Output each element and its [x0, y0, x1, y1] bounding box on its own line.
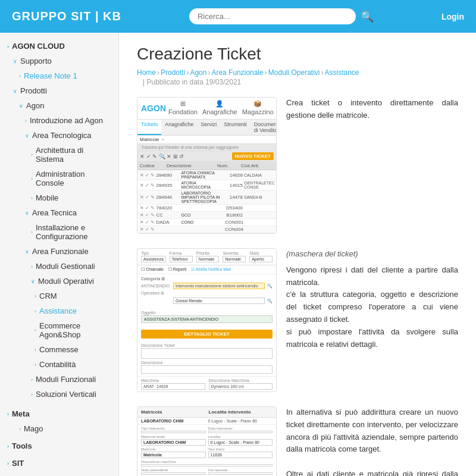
sidebar-item-crm[interactable]: › CRM	[0, 289, 118, 303]
mock-toolbar: ✕ ✓ ✎ 🔍 ✕ ⊞ ↺ NUOVO TICKET	[137, 151, 276, 162]
mock-mat-header: Matricola Localita intervento	[137, 407, 276, 418]
chevron-right-icon: ›	[35, 362, 36, 368]
mock-nav-servizi: Servizi	[197, 120, 220, 135]
table-row: ✕ ✓ ✎ DADA CONO CON001	[137, 219, 276, 226]
chevron-down-icon: ∨	[25, 249, 29, 255]
table-row: ✕ ✓ ✎ 284946 LABORATORIO IMPIANTI PILOTA…	[137, 190, 276, 205]
new-ticket-button[interactable]: NUOVO TICKET	[232, 152, 274, 160]
mock-operatore-row: Operatore ⊞	[141, 291, 273, 296]
sidebar-item-prodotti[interactable]: ∨ Prodotti	[0, 83, 118, 98]
chevron-right-icon: ›	[31, 152, 33, 158]
table-row: ✕ ✓ ✎ 284690 ATORIA CHIMICA PREPARATII 1…	[137, 170, 276, 180]
mock-form-header: Tipo Assistenza Forma Telefono Priorita …	[137, 249, 276, 265]
content-block-3: Matricola Localita intervento LABORATORI…	[137, 406, 458, 476]
sidebar-item-mago[interactable]: › Mago	[0, 421, 118, 436]
sidebar-item-intro-agon[interactable]: › Introduzione ad Agon	[0, 113, 118, 128]
mock-tab-matricole: Matricole ×	[137, 136, 276, 144]
sidebar-item-architettura[interactable]: › Architettura di Sistema	[0, 143, 118, 167]
mock-category-section: Categoria ⊞ ANTINCENDIO Intervento manut…	[137, 274, 276, 308]
sidebar-item-area-tecnica[interactable]: ∨ Area Tecnica	[0, 205, 118, 220]
mock-icons: ⊞Fondation 👤Anagrafiche 📦Magazzino 📋Vend…	[168, 100, 277, 117]
screenshot-1: AGON ⊞Fondation 👤Anagrafiche 📦Magazzino	[137, 97, 277, 234]
sidebar-item-commesse[interactable]: › Commesse	[0, 342, 118, 357]
sidebar-item-assistance[interactable]: › Assistance	[0, 303, 118, 318]
sidebar-item-soluzioni-verticali[interactable]: › Soluzioni Verticali	[0, 387, 118, 402]
table-row: ✕ ✓ ✎ 784020 D53400	[137, 205, 276, 212]
sidebar-item-moduli-funzionali[interactable]: › Moduli Funzionali	[0, 372, 118, 387]
sidebar-item-mobile[interactable]: › Mobile	[0, 190, 118, 205]
mock-icon-anagrafiche: 👤Anagrafiche	[202, 100, 237, 117]
sidebar-item-area-tecnologica[interactable]: ∨ Area Tecnologica	[0, 128, 118, 143]
sidebar-item-area-funzionale[interactable]: ∨ Area Funzionale	[0, 244, 118, 259]
sidebar-item-sit[interactable]: › SIT	[0, 456, 118, 471]
chevron-down-icon: ∨	[31, 278, 35, 284]
chevron-right-icon: ›	[31, 229, 33, 235]
search-input[interactable]	[189, 8, 356, 24]
table-row: ✕ ✓ ✎ 284935 ATORIA MICROSCOPIA 14015 GE…	[137, 180, 276, 190]
header: GRUPPO SIT | KB 🔍 Login	[0, 0, 476, 33]
main-content: Creazione Ticket Home › Prodotti › Agon …	[119, 33, 476, 476]
text-block-2: (maschera del ticket) Vengono ripresi i …	[286, 248, 458, 350]
chevron-right-icon: ›	[7, 411, 9, 417]
mock-bottom-row: Macchina ARAT 14628 Descrizione Macchina…	[137, 376, 276, 392]
chevron-down-icon: ∨	[13, 88, 17, 94]
sidebar-item-administration[interactable]: › Administration Console	[0, 167, 118, 190]
chevron-right-icon: ›	[31, 195, 33, 201]
sidebar-item-tools[interactable]: › Tools	[0, 439, 118, 453]
detail-ticket-button[interactable]: DETTAGLIO TICKET	[141, 330, 273, 339]
sidebar-item-installazione[interactable]: › Installazione e Configurazione	[0, 220, 118, 244]
mock-mat-form: Tipo Intervento Data Intervento Matricol…	[137, 425, 276, 476]
mock-table: Codice Descrizione Num. Cod.Arti. ✕ ✓ ✎ …	[137, 162, 276, 233]
published-date: | Pubblicato in data 19/03/2021	[143, 78, 241, 86]
sidebar-item-agon-cloud[interactable]: › AGON CLOUD	[0, 39, 118, 54]
sidebar-item-contabilita[interactable]: › Contabilità	[0, 357, 118, 372]
breadcrumb: Home › Prodotti › Agon › Area Funzionale…	[137, 68, 458, 86]
chevron-right-icon: ›	[35, 327, 36, 333]
screenshot-3: Matricola Localita intervento LABORATORI…	[137, 406, 277, 476]
sidebar-item-release-note[interactable]: › Release Note 1	[0, 68, 118, 83]
mock-category-row: ANTINCENDIO Intervento manutenzione sist…	[141, 283, 273, 289]
sidebar-item-agon[interactable]: ∨ Agon	[0, 98, 118, 113]
mock-oggetto-section: Oggetto ASSISTENZA SISTEMA ANTINCENDIO	[137, 308, 276, 327]
chevron-right-icon: ›	[19, 73, 21, 79]
close-tab-icon: ×	[161, 137, 164, 142]
chevron-down-icon: ∨	[25, 133, 29, 139]
layout: › AGON CLOUD ∨ Supporto › Release Note 1…	[0, 33, 476, 476]
content-block-1: AGON ⊞Fondation 👤Anagrafiche 📦Magazzino	[137, 97, 458, 234]
mock-operatore-val-row: Grossi Renato 🔍	[141, 298, 273, 304]
login-button[interactable]: Login	[441, 12, 464, 21]
table-row: ✕ ✓ ✎ CC GCO B18002	[137, 212, 276, 219]
screenshot-2: Tipo Assistenza Forma Telefono Priorita …	[137, 248, 277, 392]
mock-group-header: Trascina qui l'header di una colonna per…	[137, 144, 276, 151]
breadcrumb-area-funzionale[interactable]: Area Funzionale	[211, 68, 263, 77]
breadcrumb-home[interactable]: Home	[137, 68, 156, 77]
breadcrumb-moduli-operativi[interactable]: Moduli Operativi	[268, 68, 320, 77]
mock-oggetto-val: ASSISTENZA SISTEMA ANTINCENDIO	[141, 315, 273, 323]
mock-table-header: Codice Descrizione Num. Cod.Arti.	[137, 162, 276, 170]
breadcrumb-prodotti[interactable]: Prodotti	[161, 68, 185, 77]
sidebar-item-ecommerce[interactable]: › Ecommerce Agon&Shop	[0, 318, 118, 342]
mock-icon-magazzino: 📦Magazzino	[242, 100, 274, 117]
breadcrumb-assistance[interactable]: Assistance	[325, 68, 359, 77]
chevron-right-icon: ›	[31, 377, 33, 383]
chevron-right-icon: ›	[31, 176, 33, 181]
chevron-right-icon: ›	[35, 347, 36, 353]
mock-icon-foundation: ⊞Fondation	[168, 100, 198, 117]
sidebar-item-assistenza-tecnica[interactable]: › Assistenza tecnica	[0, 473, 118, 476]
sidebar-item-supporto[interactable]: ∨ Supporto	[0, 54, 118, 68]
sidebar-item-meta[interactable]: › Meta	[0, 406, 118, 421]
chevron-right-icon: ›	[7, 443, 9, 449]
text-block-3: In alternativa si può addirittura creare…	[286, 406, 458, 476]
breadcrumb-agon[interactable]: Agon	[190, 68, 206, 77]
mock-header: AGON ⊞Fondation 👤Anagrafiche 📦Magazzino	[137, 98, 276, 120]
page-title: Creazione Ticket	[137, 45, 458, 64]
chevron-right-icon: ›	[7, 43, 9, 49]
chevron-right-icon: ›	[19, 426, 21, 432]
logo: GRUPPO SIT | KB	[12, 10, 121, 23]
sidebar-item-moduli-operativi[interactable]: ∨ Moduli Operativi	[0, 274, 118, 289]
mock-logo: AGON	[141, 104, 166, 113]
search-button[interactable]: 🔍	[361, 10, 374, 23]
chevron-right-icon: ›	[31, 392, 33, 397]
mock-nav-strumenti: Strumenti	[220, 120, 250, 135]
sidebar-item-moduli-gestionali[interactable]: › Moduli Gestionali	[0, 259, 118, 274]
